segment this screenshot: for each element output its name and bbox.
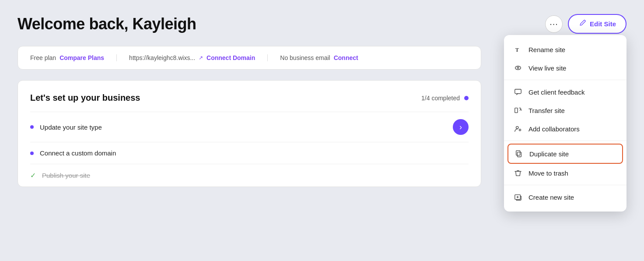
header-actions: ··· Edit Site — [545, 14, 626, 34]
progress-text: 1/4 completed — [421, 95, 460, 102]
svg-point-5 — [516, 127, 518, 129]
text-icon: T — [514, 46, 522, 53]
client-feedback-label: Get client feedback — [528, 88, 584, 96]
svg-point-2 — [517, 67, 519, 69]
menu-item-client-feedback[interactable]: Get client feedback — [504, 83, 626, 101]
task-text: Connect a custom domain — [40, 149, 116, 157]
svg-rect-7 — [516, 151, 520, 155]
task-list: Update your site type › Connect a custom… — [30, 112, 469, 187]
menu-divider — [504, 80, 626, 80]
menu-item-transfer[interactable]: Transfer site — [504, 101, 626, 120]
menu-item-duplicate[interactable]: Duplicate site — [508, 144, 623, 164]
page-title: Welcome back, Kayleigh — [18, 15, 196, 33]
dropdown-menu: T Rename site View live site — [504, 35, 626, 212]
email-label: No business email — [280, 54, 330, 61]
connect-email-link[interactable]: Connect — [334, 54, 358, 61]
edit-site-label: Edit Site — [590, 20, 616, 28]
pencil-icon — [578, 19, 586, 28]
svg-rect-4 — [515, 108, 518, 113]
site-url[interactable]: https://kayleighc8.wixs... — [129, 54, 195, 61]
chat-icon — [514, 88, 522, 96]
connect-domain-link[interactable]: Connect Domain — [206, 54, 255, 61]
svg-rect-6 — [517, 152, 521, 157]
svg-rect-3 — [515, 89, 521, 94]
menu-item-trash[interactable]: Move to trash — [504, 164, 626, 182]
task-item[interactable]: Update your site type › — [30, 112, 469, 142]
menu-item-rename[interactable]: T Rename site — [504, 40, 626, 59]
url-info: https://kayleighc8.wixs... ↗ Connect Dom… — [116, 54, 267, 61]
task-item: ✓ Publish your site — [30, 164, 469, 187]
duplicate-icon — [514, 150, 523, 158]
more-options-button[interactable]: ··· — [545, 15, 563, 33]
transfer-icon — [514, 106, 522, 114]
progress-dot — [464, 96, 469, 100]
task-text-completed: Publish your site — [42, 172, 90, 179]
person-plus-icon — [514, 125, 522, 133]
menu-divider — [504, 141, 626, 141]
move-to-trash-label: Move to trash — [528, 169, 568, 177]
plan-info: Free plan Compare Plans — [30, 54, 116, 61]
email-info: No business email Connect — [267, 54, 370, 61]
menu-item-create-new[interactable]: Create new site — [504, 188, 626, 206]
new-site-icon — [514, 193, 522, 201]
setup-title: Let's set up your business — [30, 93, 140, 103]
add-collaborators-label: Add collaborators — [528, 125, 580, 133]
view-live-label: View live site — [528, 64, 566, 72]
info-bar: Free plan Compare Plans https://kayleigh… — [18, 46, 481, 70]
menu-item-view-live[interactable]: View live site — [504, 59, 626, 77]
trash-icon — [514, 169, 522, 177]
task-bullet-icon — [30, 152, 34, 155]
edit-site-button[interactable]: Edit Site — [568, 14, 626, 34]
svg-point-1 — [515, 66, 521, 70]
task-arrow-button[interactable]: › — [453, 119, 469, 135]
create-new-site-label: Create new site — [528, 194, 574, 201]
task-check-icon: ✓ — [30, 171, 36, 180]
setup-header: Let's set up your business 1/4 completed — [30, 93, 469, 103]
task-item[interactable]: Connect a custom domain — [30, 142, 469, 164]
rename-site-label: Rename site — [528, 46, 565, 53]
setup-progress: 1/4 completed — [421, 95, 469, 102]
menu-item-collaborators[interactable]: Add collaborators — [504, 120, 626, 138]
compare-plans-link[interactable]: Compare Plans — [60, 54, 104, 61]
plan-label: Free plan — [30, 54, 56, 61]
task-text: Update your site type — [40, 123, 102, 131]
menu-divider — [504, 185, 626, 185]
svg-text:T: T — [515, 47, 519, 53]
eye-icon — [514, 64, 522, 72]
transfer-site-label: Transfer site — [528, 107, 565, 114]
task-bullet-icon — [30, 125, 34, 129]
external-link-icon: ↗ — [199, 55, 203, 61]
setup-card: Let's set up your business 1/4 completed… — [18, 80, 481, 187]
duplicate-site-label: Duplicate site — [529, 150, 569, 158]
